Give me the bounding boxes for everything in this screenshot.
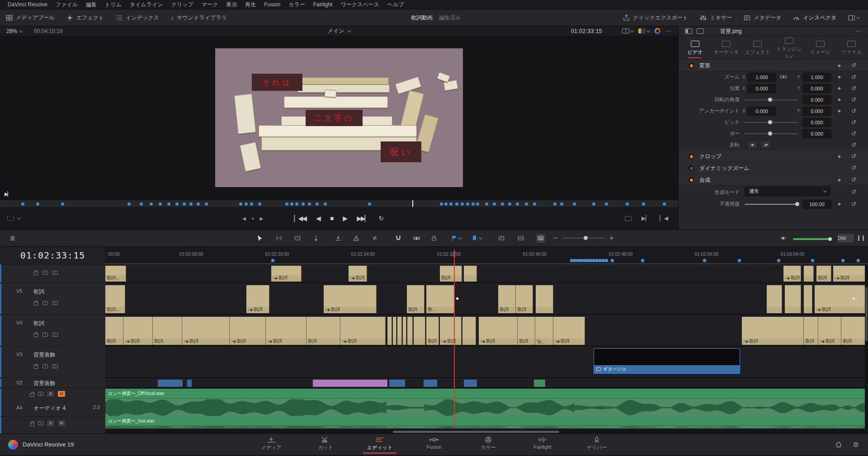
track-header-v2[interactable]: V2 背景装飾: [0, 379, 105, 388]
workspace-panel-button[interactable]: [842, 9, 865, 26]
timeline-marker[interactable]: [589, 259, 592, 262]
lock-icon[interactable]: [33, 272, 38, 275]
menu-item[interactable]: マーク: [198, 0, 222, 9]
scrubber-marker[interactable]: [150, 202, 153, 206]
page-cut[interactable]: カット: [298, 435, 353, 454]
scrubber-marker[interactable]: [127, 202, 131, 206]
inspector-button[interactable]: インスペクタ: [787, 9, 842, 26]
scrubber-marker[interactable]: [476, 202, 479, 206]
reset-icon[interactable]: ↺: [851, 83, 856, 94]
timeline-marker[interactable]: [580, 259, 583, 262]
scrubber-marker[interactable]: [250, 202, 253, 206]
audio-waveform-inst[interactable]: [105, 426, 868, 428]
menu-item[interactable]: カラー: [284, 0, 309, 9]
timeline-marker[interactable]: [857, 259, 860, 262]
timeline-marker[interactable]: [703, 259, 706, 262]
timeline-clip[interactable]: [158, 380, 183, 387]
timeline-clip[interactable]: [387, 317, 392, 345]
section-composite[interactable]: 合成 ◆ ↺: [679, 174, 868, 186]
marker-button[interactable]: [472, 235, 482, 241]
timeline-clip[interactable]: [313, 380, 387, 387]
timeline-marker[interactable]: [586, 259, 589, 262]
timeline-marker[interactable]: [595, 259, 599, 262]
auto-select-icon[interactable]: [38, 421, 43, 425]
scrubber-marker[interactable]: [440, 202, 443, 206]
keyframe-icon[interactable]: ◆: [838, 174, 841, 186]
timeline-clip[interactable]: +◆歌詞: [818, 317, 841, 345]
timeline-clip[interactable]: [389, 380, 405, 387]
timeline-panels-icon[interactable]: [858, 235, 864, 241]
scrubber-marker[interactable]: [626, 202, 629, 206]
timeline-clip[interactable]: +◆歌詞: [271, 266, 302, 282]
timeline-clip[interactable]: [536, 285, 553, 313]
vertical-scrollbar[interactable]: [865, 264, 868, 430]
reset-icon[interactable]: ↺: [851, 198, 856, 210]
timeline-clip[interactable]: 歌詞: [105, 317, 123, 345]
composite-toggle[interactable]: [689, 177, 694, 183]
timeline-clip[interactable]: [403, 317, 406, 345]
selection-tool[interactable]: [257, 235, 263, 241]
timeline-clip[interactable]: 歌詞...: [105, 266, 126, 282]
scrubber-marker[interactable]: [183, 202, 186, 206]
crop-toggle[interactable]: [689, 154, 694, 159]
menu-item[interactable]: ヘルプ: [383, 0, 408, 9]
timeline-clip[interactable]: [424, 380, 437, 387]
timeline-marker[interactable]: [611, 259, 614, 262]
scrubber-marker[interactable]: [525, 202, 528, 206]
timeline-clip[interactable]: 歌詞: [816, 266, 831, 282]
timeline-clip[interactable]: 歌詞: [307, 317, 340, 345]
timeline-clip[interactable]: +◆歌詞: [340, 317, 386, 345]
scrubber-marker[interactable]: [285, 202, 288, 206]
timeline-clip[interactable]: [407, 317, 413, 345]
lock-icon[interactable]: [30, 423, 34, 426]
page-edit[interactable]: エディット: [353, 435, 407, 454]
menu-item[interactable]: トリム: [101, 0, 126, 9]
scrubber-marker[interactable]: [21, 202, 24, 206]
insert-clip-button[interactable]: [335, 235, 341, 241]
reset-icon[interactable]: ↺: [851, 105, 856, 117]
snapping-toggle[interactable]: [395, 235, 401, 241]
scrubber-marker[interactable]: [175, 202, 179, 206]
page-color[interactable]: カラー: [461, 435, 515, 454]
timeline-clip[interactable]: [767, 285, 782, 313]
page-media[interactable]: メディア: [244, 435, 298, 454]
track-lane-v5[interactable]: ◆ ◆ 歌詞...+◆歌詞+◆歌詞歌詞歌...歌詞歌詞+◆歌詞: [105, 284, 868, 315]
scrubber-marker[interactable]: [308, 202, 311, 206]
timeline-clip[interactable]: 歌詞: [841, 317, 868, 345]
scrubber-marker[interactable]: [663, 202, 666, 206]
section-transform[interactable]: 変形 ◆ ↺: [679, 60, 868, 71]
keyframe-icon[interactable]: ◆: [838, 150, 841, 162]
media-pool-button[interactable]: メディアプール: [0, 9, 61, 26]
timeline-marker[interactable]: [811, 259, 814, 262]
opacity-field[interactable]: 100.00: [802, 200, 831, 209]
timeline-marker[interactable]: [602, 259, 605, 262]
timeline-clip[interactable]: 歌詞: [407, 285, 425, 313]
menu-item[interactable]: DaVinci Resolve: [4, 0, 52, 9]
track-lane-v3[interactable]: ギターソロ: [105, 347, 868, 378]
rotation-field[interactable]: 0.000: [802, 95, 831, 104]
audio-waveform-offvocal[interactable]: [105, 399, 868, 417]
track-header-a3[interactable]: SM A4 オーディオ 4 2.0: [0, 389, 105, 417]
timeline-clip[interactable]: 歌詞...: [105, 285, 125, 313]
project-home-icon[interactable]: [835, 441, 842, 448]
timeline-clip[interactable]: +◆歌詞: [324, 285, 377, 313]
composite-mode-select[interactable]: 通常: [745, 187, 830, 196]
scrubber-marker[interactable]: [592, 202, 595, 206]
inspector-tab[interactable]: オーディオ: [712, 40, 741, 56]
auto-select-icon[interactable]: [42, 333, 48, 337]
reset-icon[interactable]: ↺: [851, 186, 856, 198]
track-header-v6[interactable]: [0, 264, 105, 283]
transform-toggle[interactable]: [689, 63, 694, 68]
scrubber-marker[interactable]: [501, 202, 504, 206]
reset-icon[interactable]: ↺: [851, 162, 856, 174]
reset-icon[interactable]: ↺: [851, 128, 856, 139]
scrubber-marker[interactable]: [167, 202, 170, 206]
transition-view-button[interactable]: [498, 235, 505, 241]
rotation-slider[interactable]: [745, 99, 798, 100]
timeline-marker[interactable]: [583, 259, 586, 262]
viewer-zoom-select[interactable]: 28%: [6, 28, 22, 34]
timeline-clip[interactable]: [804, 285, 812, 313]
scrubber-marker[interactable]: [302, 202, 305, 206]
timeline-marker[interactable]: [271, 259, 274, 262]
auto-select-icon[interactable]: [42, 364, 48, 368]
